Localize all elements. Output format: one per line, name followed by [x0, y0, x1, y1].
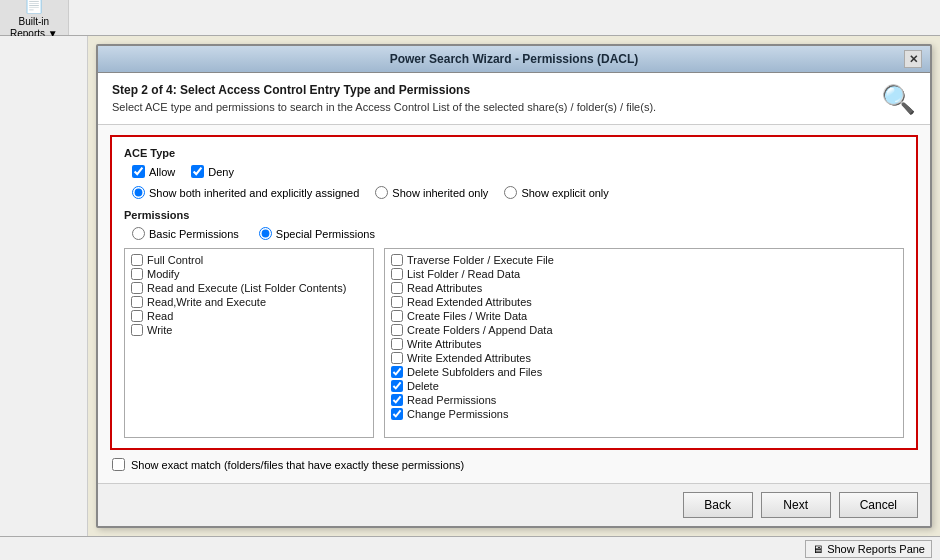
radio-explicit-label[interactable]: Show explicit only — [504, 186, 608, 199]
write-checkbox[interactable] — [131, 324, 143, 336]
read-attributes-label: Read Attributes — [407, 282, 482, 294]
list-item: Create Files / Write Data — [389, 309, 899, 323]
read-label: Read — [147, 310, 173, 322]
show-reports-label: Show Reports Pane — [827, 543, 925, 555]
traverse-folder-label: Traverse Folder / Execute File — [407, 254, 554, 266]
read-execute-checkbox[interactable] — [131, 282, 143, 294]
reports-icon: 📄 — [24, 0, 44, 15]
basic-permissions-radio[interactable] — [132, 227, 145, 240]
read-checkbox[interactable] — [131, 310, 143, 322]
special-permissions-radio[interactable] — [259, 227, 272, 240]
list-item: Read Extended Attributes — [389, 295, 899, 309]
list-item: Traverse Folder / Execute File — [389, 253, 899, 267]
deny-checkbox-label[interactable]: Deny — [191, 165, 234, 178]
step-description: Select ACE type and permissions to searc… — [112, 100, 656, 115]
create-files-checkbox[interactable] — [391, 310, 403, 322]
delete-subfolders-checkbox[interactable] — [391, 366, 403, 378]
show-reports-button[interactable]: 🖥 Show Reports Pane — [805, 540, 932, 558]
full-control-checkbox[interactable] — [131, 254, 143, 266]
list-item: Write Attributes — [389, 337, 899, 351]
allow-label: Allow — [149, 166, 175, 178]
radio-inherited[interactable] — [375, 186, 388, 199]
change-permissions-label: Change Permissions — [407, 408, 509, 420]
list-folder-checkbox[interactable] — [391, 268, 403, 280]
create-folders-checkbox[interactable] — [391, 324, 403, 336]
modify-label: Modify — [147, 268, 179, 280]
basic-permissions-label: Basic Permissions — [149, 228, 239, 240]
delete-checkbox[interactable] — [391, 380, 403, 392]
create-folders-label: Create Folders / Append Data — [407, 324, 553, 336]
dialog-footer: Back Next Cancel — [98, 483, 930, 526]
list-item: Write Extended Attributes — [389, 351, 899, 365]
list-item: Write — [129, 323, 369, 337]
radio-inherited-label[interactable]: Show inherited only — [375, 186, 488, 199]
dialog-body: ACE Type Allow Deny — [98, 125, 930, 483]
list-item: Create Folders / Append Data — [389, 323, 899, 337]
write-extended-attributes-checkbox[interactable] — [391, 352, 403, 364]
write-extended-attributes-label: Write Extended Attributes — [407, 352, 531, 364]
create-files-label: Create Files / Write Data — [407, 310, 527, 322]
exact-match-label: Show exact match (folders/files that hav… — [131, 459, 464, 471]
full-control-label: Full Control — [147, 254, 203, 266]
dialog-header-text: Step 2 of 4: Select Access Control Entry… — [112, 83, 656, 115]
list-item: Read Attributes — [389, 281, 899, 295]
basic-permissions-list: Full Control Modify Read and Execute (Li… — [124, 248, 374, 438]
list-item: Change Permissions — [389, 407, 899, 421]
search-icon: 🔍 — [881, 83, 916, 116]
list-item: List Folder / Read Data — [389, 267, 899, 281]
permissions-lists: Full Control Modify Read and Execute (Li… — [124, 248, 904, 438]
read-attributes-checkbox[interactable] — [391, 282, 403, 294]
list-item: Delete — [389, 379, 899, 393]
radio-both-label[interactable]: Show both inherited and explicitly assig… — [132, 186, 359, 199]
write-attributes-checkbox[interactable] — [391, 338, 403, 350]
dialog-header: Step 2 of 4: Select Access Control Entry… — [98, 73, 930, 125]
step-label: Step 2 of 4: Select Access Control Entry… — [112, 83, 656, 97]
read-write-execute-checkbox[interactable] — [131, 296, 143, 308]
dialog-title: Power Search Wizard - Permissions (DACL) — [124, 52, 904, 66]
exact-match-checkbox[interactable] — [112, 458, 125, 471]
monitor-icon: 🖥 — [812, 543, 823, 555]
write-attributes-label: Write Attributes — [407, 338, 481, 350]
top-bar: 📄 Built-inReports ▼ — [0, 0, 940, 36]
read-permissions-label: Read Permissions — [407, 394, 496, 406]
exact-match-row: Show exact match (folders/files that hav… — [110, 458, 918, 471]
cancel-button[interactable]: Cancel — [839, 492, 918, 518]
write-label: Write — [147, 324, 172, 336]
permissions-label: Permissions — [124, 209, 904, 221]
main-layout: Power Search Wizard - Permissions (DACL)… — [0, 36, 940, 536]
modify-checkbox[interactable] — [131, 268, 143, 280]
sidebar — [0, 36, 88, 536]
list-item: Read Permissions — [389, 393, 899, 407]
radio-explicit-text: Show explicit only — [521, 187, 608, 199]
ace-section: ACE Type Allow Deny — [110, 135, 918, 450]
built-in-reports-button[interactable]: 📄 Built-inReports ▼ — [0, 0, 69, 35]
special-permissions-list[interactable]: Traverse Folder / Execute File List Fold… — [384, 248, 904, 438]
allow-checkbox[interactable] — [132, 165, 145, 178]
change-permissions-checkbox[interactable] — [391, 408, 403, 420]
traverse-folder-checkbox[interactable] — [391, 254, 403, 266]
ace-type-label: ACE Type — [124, 147, 904, 159]
basic-permissions-radio-label[interactable]: Basic Permissions — [132, 227, 239, 240]
read-write-execute-label: Read,Write and Execute — [147, 296, 266, 308]
list-item: Read — [129, 309, 369, 323]
read-permissions-checkbox[interactable] — [391, 394, 403, 406]
list-item: Read and Execute (List Folder Contents) — [129, 281, 369, 295]
radio-both[interactable] — [132, 186, 145, 199]
radio-explicit[interactable] — [504, 186, 517, 199]
list-item: Delete Subfolders and Files — [389, 365, 899, 379]
read-extended-attributes-label: Read Extended Attributes — [407, 296, 532, 308]
radio-inherited-text: Show inherited only — [392, 187, 488, 199]
back-button[interactable]: Back — [683, 492, 753, 518]
ace-checkboxes: Allow Deny — [132, 165, 904, 178]
special-permissions-label: Special Permissions — [276, 228, 375, 240]
list-item: Full Control — [129, 253, 369, 267]
allow-checkbox-label[interactable]: Allow — [132, 165, 175, 178]
deny-checkbox[interactable] — [191, 165, 204, 178]
close-button[interactable]: ✕ — [904, 50, 922, 68]
deny-label: Deny — [208, 166, 234, 178]
next-button[interactable]: Next — [761, 492, 831, 518]
dialog-wrapper: Power Search Wizard - Permissions (DACL)… — [88, 36, 940, 536]
special-permissions-radio-label[interactable]: Special Permissions — [259, 227, 375, 240]
list-folder-label: List Folder / Read Data — [407, 268, 520, 280]
read-extended-attributes-checkbox[interactable] — [391, 296, 403, 308]
